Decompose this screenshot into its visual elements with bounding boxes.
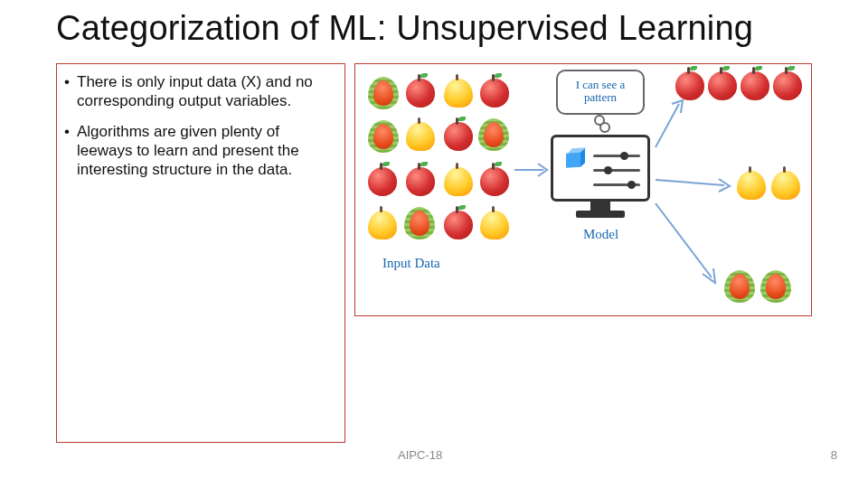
almond-icon [724,270,755,303]
apple-icon [368,167,397,196]
cube-icon [566,147,586,169]
slide-title: Categorization of ML: Unsupervised Learn… [56,9,753,48]
page-number: 8 [831,448,837,462]
monitor-screen [551,135,650,202]
slider-knob [620,152,628,160]
slider-knob [627,181,636,189]
bullet-item: Algorithms are given plenty of leeways t… [62,123,337,179]
output-cluster-apples [675,71,811,108]
bullet-list: There is only input data (X) and no corr… [62,73,337,180]
mango-icon [368,211,397,239]
svg-line-1 [656,104,679,147]
mango-icon [444,167,473,196]
footer-code: AIPC-18 [398,448,442,462]
unsupervised-diagram: I can see a pattern Input Data Model [355,64,811,315]
apple-icon [675,71,704,100]
model-label: Model [583,227,618,242]
input-data-grid [363,73,516,236]
almond-icon [478,118,509,151]
input-data-label: Input Data [382,256,440,271]
apple-icon [708,71,737,100]
diagram-panel: I can see a pattern Input Data Model [354,63,812,316]
arrow-to-mangoes-icon [654,171,735,194]
svg-line-2 [656,180,724,185]
apple-icon [773,71,802,100]
almond-icon [368,77,399,109]
sliders-icon [593,150,640,193]
apple-icon [480,79,509,108]
thought-bubble: I can see a pattern [556,70,645,115]
mango-icon [737,171,766,200]
text-panel: There is only input data (X) and no corr… [56,63,345,443]
bullet-item: There is only input data (X) and no corr… [62,73,337,110]
almond-icon [368,120,399,153]
mango-icon [444,79,473,108]
apple-icon [406,167,435,196]
apple-icon [444,122,473,151]
almond-icon [760,270,791,303]
almond-icon [404,207,435,239]
mango-icon [406,122,435,151]
apple-icon [480,167,509,196]
output-cluster-almonds [724,270,815,308]
slider-knob [604,166,612,174]
svg-line-3 [656,203,712,277]
apple-icon [444,211,473,239]
mango-icon [771,171,800,200]
thought-bubble-text: I can see a pattern [576,78,626,104]
apple-icon [741,71,769,100]
arrow-input-to-model-icon [513,158,552,182]
slide: Categorization of ML: Unsupervised Learn… [0,0,868,488]
apple-icon [406,79,435,108]
model-monitor-icon [551,135,650,225]
mango-icon [480,211,509,239]
output-cluster-mangoes [737,171,809,207]
arrow-to-almonds-icon [652,200,722,286]
